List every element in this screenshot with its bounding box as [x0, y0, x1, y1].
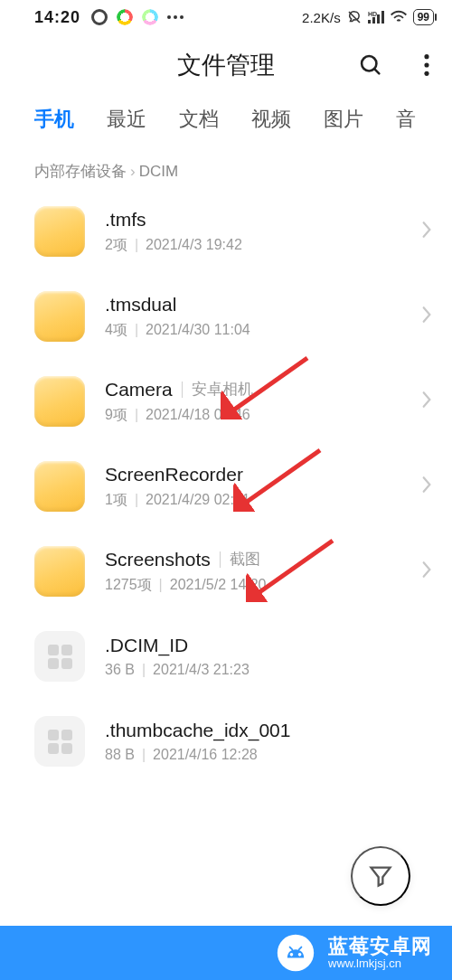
item-name: .tmsdual [105, 294, 176, 316]
list-item[interactable]: .thumbcache_idx_001 88 B|2021/4/16 12:28 [34, 699, 436, 784]
chevron-right-icon [412, 382, 436, 421]
svg-point-13 [290, 953, 294, 956]
tab-docs[interactable]: 文档 [179, 106, 219, 133]
svg-rect-3 [381, 11, 384, 24]
item-name: Camera [105, 379, 173, 400]
svg-text:HD: HD [368, 11, 377, 17]
item-alias: 安卓相机 [192, 379, 253, 400]
tab-image[interactable]: 图片 [324, 106, 363, 133]
page-title: 文件管理 [177, 49, 275, 81]
chevron-right-icon [412, 551, 436, 591]
folder-icon [34, 461, 85, 512]
chevron-right-icon [412, 466, 436, 506]
breadcrumb-root[interactable]: 内部存储设备 [34, 161, 127, 182]
list-item-text: Camera 安卓相机 9项|2021/4/18 09:46 [105, 379, 412, 425]
status-bar: 14:20 2.2K/s HD 99 [0, 0, 452, 34]
list-item-text: .DCIM_ID 36 B|2021/4/3 21:23 [105, 635, 436, 678]
watermark-url: www.lmkjsj.cn [328, 957, 401, 970]
app-header: 文件管理 [0, 34, 452, 96]
folder-icon [34, 291, 85, 342]
header-actions [353, 34, 436, 96]
item-count: 9项 [105, 406, 127, 425]
status-more-icon [167, 15, 184, 19]
folder-icon [34, 546, 85, 597]
item-count: 4项 [105, 321, 127, 340]
item-count: 2项 [105, 236, 127, 255]
item-date: 2021/4/30 11:04 [146, 322, 250, 338]
svg-point-14 [298, 953, 302, 956]
item-name: .DCIM_ID [105, 635, 188, 656]
wifi-icon [390, 10, 408, 24]
item-date: 2021/4/18 09:46 [146, 407, 250, 423]
item-count: 1项 [105, 491, 127, 510]
breadcrumb-current: DCIM [139, 163, 178, 181]
list-item-text: .tmfs 2项|2021/4/3 19:42 [105, 209, 412, 255]
list-item[interactable]: Camera 安卓相机 9项|2021/4/18 09:46 [34, 359, 436, 444]
filter-button[interactable] [351, 846, 410, 906]
svg-point-8 [424, 71, 428, 76]
status-app-icon-2 [117, 9, 133, 25]
watermark-text: 蓝莓安卓网 www.lmkjsj.cn [328, 936, 432, 970]
tab-phone[interactable]: 手机 [34, 106, 74, 133]
breadcrumb[interactable]: 内部存储设备 › DCIM [0, 143, 452, 189]
more-menu-button[interactable] [418, 47, 436, 83]
category-tabs: 手机 最近 文档 视频 图片 音 [0, 96, 452, 143]
item-name: Screenshots [105, 549, 211, 570]
item-name: .tmfs [105, 209, 146, 231]
item-date: 2021/4/3 19:42 [146, 237, 242, 253]
item-count: 1275项 [105, 576, 152, 595]
svg-rect-0 [368, 20, 371, 24]
item-date: 2021/4/29 02:51 [146, 492, 250, 508]
item-name: .thumbcache_idx_001 [105, 720, 290, 741]
file-icon [34, 716, 85, 767]
item-name: ScreenRecorder [105, 464, 243, 485]
item-date: 2021/5/2 14:20 [170, 577, 267, 593]
status-app-icons [91, 9, 184, 25]
tab-audio[interactable]: 音 [396, 106, 416, 133]
list-item[interactable]: .tmsdual 4项|2021/4/30 11:04 [34, 274, 436, 359]
folder-icon [34, 376, 85, 427]
svg-rect-2 [377, 14, 380, 24]
more-vertical-icon [423, 52, 430, 78]
status-right: 2.2K/s HD 99 [302, 9, 434, 25]
list-item-text: ScreenRecorder 1项|2021/4/29 02:51 [105, 464, 412, 510]
chevron-right-icon [412, 297, 436, 336]
list-item-text: .thumbcache_idx_001 88 B|2021/4/16 12:28 [105, 720, 436, 763]
watermark-title: 蓝莓安卓网 [328, 936, 432, 957]
item-alias: 截图 [230, 549, 260, 570]
svg-rect-1 [372, 17, 375, 24]
item-date: 2021/4/3 21:23 [153, 662, 250, 678]
list-item[interactable]: ScreenRecorder 1项|2021/4/29 02:51 [34, 444, 436, 529]
status-time: 14:20 [34, 8, 80, 27]
list-item-text: .tmsdual 4项|2021/4/30 11:04 [105, 294, 412, 340]
search-icon [358, 52, 383, 78]
list-item-text: Screenshots 截图 1275项|2021/5/2 14:20 [105, 549, 412, 595]
mute-icon [346, 9, 363, 25]
tab-recent[interactable]: 最近 [107, 106, 146, 133]
list-item[interactable]: .DCIM_ID 36 B|2021/4/3 21:23 [34, 614, 436, 699]
watermark-logo-icon [276, 933, 315, 973]
battery-indicator: 99 [413, 9, 434, 25]
list-item[interactable]: .tmfs 2项|2021/4/3 19:42 [34, 189, 436, 274]
chevron-right-icon: › [130, 163, 136, 181]
item-date: 2021/4/16 12:28 [153, 747, 258, 763]
file-icon [34, 631, 85, 682]
signal-icon: HD [368, 11, 384, 24]
svg-point-7 [424, 62, 428, 67]
watermark-bar: 蓝莓安卓网 www.lmkjsj.cn [0, 926, 452, 980]
tab-video[interactable]: 视频 [251, 106, 291, 133]
svg-point-6 [424, 54, 428, 59]
filter-icon [368, 863, 393, 889]
file-list: .tmfs 2项|2021/4/3 19:42 .tmsdual 4项|2021… [0, 189, 452, 784]
item-size: 36 B [105, 662, 135, 678]
chevron-right-icon [412, 212, 436, 251]
search-button[interactable] [353, 47, 389, 83]
item-size: 88 B [105, 747, 135, 763]
status-app-icon-1 [91, 9, 108, 25]
status-app-icon-3 [142, 9, 158, 25]
folder-icon [34, 206, 85, 257]
status-net-speed: 2.2K/s [302, 10, 341, 25]
status-left: 14:20 [34, 8, 184, 27]
list-item[interactable]: Screenshots 截图 1275项|2021/5/2 14:20 [34, 529, 436, 614]
